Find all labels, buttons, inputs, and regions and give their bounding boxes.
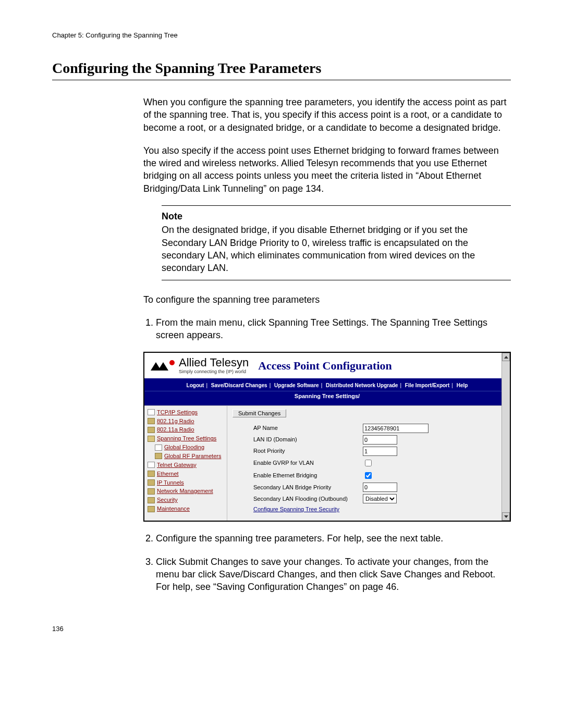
- menu-logout[interactable]: Logout: [187, 382, 204, 388]
- label-ap-name: AP Name: [232, 423, 363, 434]
- input-secondary-lan-priority[interactable]: [363, 483, 397, 492]
- select-secondary-lan-flooding[interactable]: Disabled: [363, 494, 397, 503]
- folder-icon: [148, 488, 155, 495]
- input-ap-name[interactable]: [363, 424, 429, 433]
- folder-icon: [148, 497, 155, 503]
- step-1: From the main menu, click Spanning Tree …: [156, 316, 511, 342]
- label-lan-id: LAN ID (Domain): [232, 434, 363, 446]
- menu-upgrade-software[interactable]: Upgrade Software: [274, 382, 319, 388]
- folder-icon: [148, 506, 155, 512]
- checkbox-enable-ethernet-bridging[interactable]: [365, 472, 372, 479]
- nav-80211g[interactable]: 802.11g Radio: [157, 417, 194, 425]
- note-label: Note: [162, 210, 506, 223]
- nav-global-rf[interactable]: Global RF Parameters: [164, 452, 221, 460]
- chapter-header: Chapter 5: Configuring the Spanning Tree: [52, 31, 511, 39]
- link-configure-spanning-tree-security[interactable]: Configure Spanning Tree Security: [253, 506, 339, 512]
- input-lan-id[interactable]: [363, 435, 397, 445]
- page-number: 136: [52, 625, 511, 633]
- embedded-screenshot: Allied Telesyn Simply connecting the (IP…: [143, 352, 511, 522]
- banner: Allied Telesyn Simply connecting the (IP…: [144, 353, 510, 380]
- paragraph-2: You also specify if the access point use…: [143, 144, 511, 195]
- nav-ip-tunnels[interactable]: IP Tunnels: [157, 479, 184, 487]
- brand-logo-icon: [151, 360, 176, 372]
- label-enable-ethernet-bridging: Enable Ethernet Bridging: [232, 470, 363, 482]
- brand-tagline: Simply connecting the (IP) world: [179, 369, 249, 374]
- title-rule: [52, 80, 511, 80]
- nav-ethernet[interactable]: Ethernet: [157, 470, 179, 478]
- step-2: Configure the spanning tree parameters. …: [156, 532, 511, 545]
- nav-spanning-tree[interactable]: Spanning Tree Settings: [157, 435, 216, 442]
- section-title: Configuring the Spanning Tree Parameters: [52, 60, 511, 77]
- nav-network-mgmt[interactable]: Network Management: [157, 487, 213, 495]
- input-root-priority[interactable]: [363, 447, 397, 456]
- brand-name: Allied Telesyn: [179, 357, 249, 368]
- checkbox-enable-gvrp[interactable]: [365, 460, 372, 466]
- banner-title: Access Point Configuration: [258, 358, 392, 374]
- menu-file-import-export[interactable]: File Import/Export: [405, 382, 450, 388]
- chevron-up-icon: [504, 356, 508, 359]
- scroll-down-button[interactable]: [502, 512, 510, 521]
- menu-help[interactable]: Help: [457, 382, 468, 388]
- folder-icon: [148, 479, 155, 486]
- label-root-priority: Root Priority: [232, 446, 363, 457]
- step-3: Click Submit Changes to save your change…: [156, 556, 511, 594]
- chevron-down-icon: [504, 515, 508, 518]
- page-icon: [148, 462, 155, 468]
- folder-open-icon: [148, 436, 155, 442]
- menu-subtitle: Spanning Tree Settings/: [144, 391, 510, 402]
- scrollbar[interactable]: [501, 353, 510, 521]
- note-box: Note On the designated bridge, if you di…: [162, 205, 511, 280]
- nav-80211a[interactable]: 802.11a Radio: [157, 426, 194, 434]
- submit-changes-button[interactable]: Submit Changes: [232, 409, 286, 417]
- menu-bar: Logout| Save/Discard Changes| Upgrade So…: [144, 380, 510, 391]
- folder-icon: [148, 418, 155, 424]
- nav-maintenance[interactable]: Maintenance: [157, 505, 190, 513]
- label-enable-gvrp: Enable GVRP for VLAN: [232, 457, 363, 470]
- nav-tcpip[interactable]: TCP/IP Settings: [157, 409, 198, 416]
- folder-icon: [148, 471, 155, 477]
- label-secondary-lan-flooding: Secondary LAN Flooding (Outbound): [232, 493, 363, 504]
- paragraph-1: When you configure the spanning tree par…: [143, 96, 511, 134]
- menu-distributed-upgrade[interactable]: Distributed Network Upgrade: [326, 382, 398, 388]
- nav-security[interactable]: Security: [157, 496, 178, 504]
- page-icon: [148, 409, 155, 415]
- nav-telnet-gateway[interactable]: Telnet Gateway: [157, 461, 197, 469]
- page-icon: [155, 445, 162, 451]
- menu-save-discard[interactable]: Save/Discard Changes: [211, 382, 267, 388]
- label-secondary-lan-priority: Secondary LAN Bridge Priority: [232, 482, 363, 493]
- paragraph-3: To configure the spanning tree parameter…: [143, 293, 511, 306]
- main-panel: Submit Changes AP Name LAN ID (Domain) R…: [227, 406, 510, 521]
- folder-icon: [155, 453, 162, 459]
- nav-tree: TCP/IP Settings 802.11g Radio 802.11a Ra…: [144, 406, 227, 521]
- note-text: On the designated bridge, if you disable…: [162, 224, 506, 274]
- folder-icon: [148, 427, 155, 433]
- nav-global-flooding[interactable]: Global Flooding: [164, 443, 204, 451]
- scroll-up-button[interactable]: [502, 353, 510, 361]
